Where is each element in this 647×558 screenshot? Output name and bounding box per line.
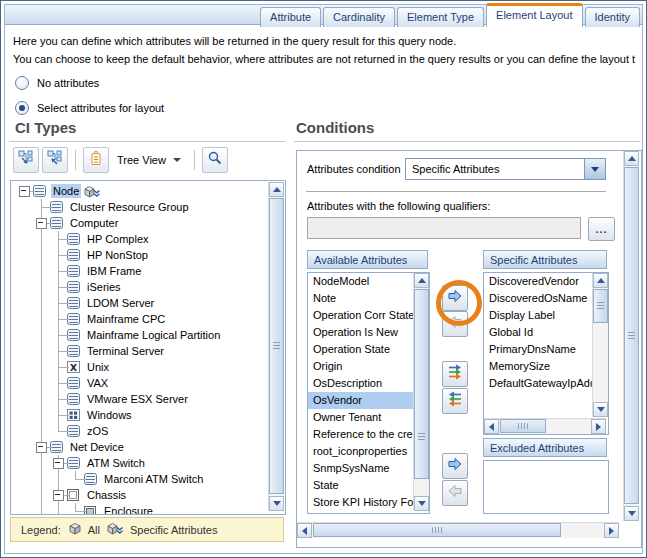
tree-expander[interactable] [53,458,64,469]
tree-item-ibm-frame[interactable]: IBM Frame [16,263,268,279]
radio-unselected-icon[interactable] [15,76,29,90]
radio-selected-icon[interactable] [15,101,29,115]
tree-expander[interactable] [36,442,47,453]
list-item[interactable]: Operation Corr State [308,307,413,324]
tree-item-vmware-esx-server[interactable]: VMware ESX Server [16,391,268,407]
tree-item-iseries[interactable]: iSeries [16,279,268,295]
remove-attribute-button[interactable] [442,311,468,337]
conditions-horizontal-scrollbar[interactable] [297,522,619,538]
list-item[interactable]: SnmpSysName [308,460,413,477]
list-item[interactable]: MemorySize [484,358,592,375]
scroll-thumb[interactable] [414,289,429,479]
list-item[interactable]: Operation State [308,341,413,358]
scroll-thumb[interactable] [624,167,639,504]
no-attributes-option[interactable]: No attributes [15,76,99,90]
tree-item-net-device[interactable]: Net Device [16,439,268,455]
tree-item-windows[interactable]: Windows [16,407,268,423]
add-attribute-button[interactable] [442,285,468,311]
scroll-down-button[interactable] [624,506,639,521]
list-item[interactable]: root_iconproperties [308,443,413,460]
tree-item-ldom-server[interactable]: LDOM Server [16,295,268,311]
tree-item-hp-complex[interactable]: HP Complex [16,231,268,247]
tab-element-type[interactable]: Element Type [397,7,484,27]
scroll-thumb[interactable] [269,198,284,494]
scroll-right-button[interactable] [591,419,606,434]
list-item[interactable]: Global Id [484,324,592,341]
attributes-condition-dropdown[interactable]: Specific Attributes [405,158,606,180]
scroll-right-button[interactable] [604,523,619,538]
server-icon [67,264,82,278]
scroll-up-button[interactable] [593,273,608,288]
tab-attribute[interactable]: Attribute [260,7,321,27]
tree-item-vax[interactable]: VAX [16,375,268,391]
tree-item-zos[interactable]: zOS [16,423,268,439]
list-item[interactable]: Owner Tenant [308,409,413,426]
dropdown-button[interactable] [584,159,605,179]
chevron-down-icon[interactable] [173,158,181,162]
scroll-left-button[interactable] [484,419,499,434]
server-icon [67,232,82,246]
scroll-up-button[interactable] [624,151,639,166]
add-all-attributes-button[interactable] [442,361,468,387]
scroll-left-button[interactable] [297,523,312,538]
list-item[interactable]: DiscoveredVendor [484,273,592,290]
tree-item-hp-nonstop[interactable]: HP NonStop [16,247,268,263]
remove-excluded-attribute-button[interactable] [442,480,468,506]
specific-horizontal-scrollbar[interactable] [484,418,606,434]
tree-vertical-scrollbar[interactable] [268,182,284,511]
list-item[interactable]: Operation Is New [308,324,413,341]
scroll-down-button[interactable] [414,496,429,511]
qualifiers-field[interactable] [307,217,581,239]
server-icon [67,376,82,390]
scroll-thumb[interactable] [500,419,546,433]
tree-expander[interactable] [53,490,64,501]
list-item[interactable]: Display Label [484,307,592,324]
tree-item-enclosure[interactable]: Enclosure [16,503,268,514]
add-excluded-attribute-button[interactable] [442,453,468,479]
tab-element-layout[interactable]: Element Layout [486,3,582,27]
tree-view-mode-button[interactable] [83,147,109,173]
specific-vertical-scrollbar[interactable] [592,273,608,417]
scroll-up-button[interactable] [414,273,429,288]
tree-item-atm-switch[interactable]: ATM Switch [16,455,268,471]
tree-item-computer[interactable]: Computer [16,215,268,231]
available-vertical-scrollbar[interactable] [413,273,429,511]
chevron-down-icon [591,167,599,172]
conditions-vertical-scrollbar[interactable] [623,151,639,521]
tree-item-marconi-atm-switch[interactable]: Marconi ATM Switch [16,471,268,487]
tree-expander[interactable] [36,218,47,229]
list-item[interactable]: DefaultGatewayIpAddress [484,375,592,392]
tree-item-chassis[interactable]: Chassis [16,487,268,503]
scroll-down-button[interactable] [269,496,284,511]
tab-identity[interactable]: Identity [585,7,640,27]
scroll-up-button[interactable] [269,182,284,197]
list-item[interactable]: DiscoveredOsName [484,290,592,307]
tree-item-node[interactable]: Node [16,183,268,199]
search-button[interactable] [202,147,228,173]
tree-item-terminal-server[interactable]: Terminal Server [16,343,268,359]
collapse-all-button[interactable] [42,147,68,173]
list-item[interactable]: OsDescription [308,375,413,392]
list-item[interactable]: Note [308,290,413,307]
scroll-thumb[interactable] [593,289,608,323]
tree-item-mainframe-logical-partition[interactable]: Mainframe Logical Partition [16,327,268,343]
browse-qualifiers-button[interactable]: ... [588,217,615,241]
select-attributes-option[interactable]: Select attributes for layout [15,101,164,115]
list-item[interactable]: Store KPI History Fo [308,494,413,511]
tree-item-cluster-resource-group[interactable]: Cluster Resource Group [16,199,268,215]
list-item[interactable]: PrimaryDnsName [484,341,592,358]
list-item[interactable]: NodeModel [308,273,413,290]
tree-item-unix[interactable]: XUnix [16,359,268,375]
tree-expander[interactable] [19,186,30,197]
list-item[interactable]: State [308,477,413,494]
scroll-down-button[interactable] [593,402,608,417]
tab-cardinality[interactable]: Cardinality [323,7,395,27]
list-item[interactable]: Origin [308,358,413,375]
scroll-thumb[interactable] [313,523,561,537]
list-item[interactable]: OsVendor [308,392,413,409]
remove-all-attributes-button[interactable] [442,388,468,414]
expand-all-button[interactable] [13,147,39,173]
tree-view-label[interactable]: Tree View [117,154,166,166]
list-item[interactable]: Reference to the cre [308,426,413,443]
tree-item-mainframe-cpc[interactable]: Mainframe CPC [16,311,268,327]
